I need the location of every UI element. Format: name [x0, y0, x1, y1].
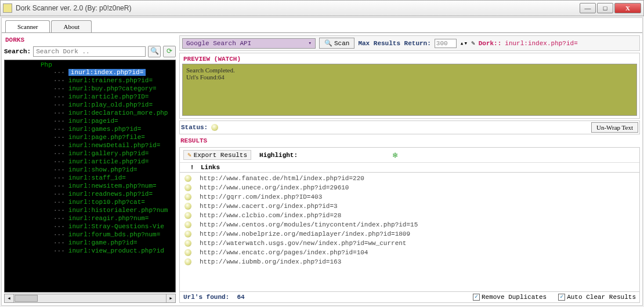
tree-item[interactable]: ···inurl:declaration_more.php — [6, 109, 174, 117]
auto-clear-checkbox[interactable]: ✓ Auto Clear Results — [558, 294, 636, 301]
column-links[interactable]: Links — [201, 164, 636, 171]
status-bar: Status: Un-Wrap Text — [179, 120, 640, 134]
checkbox-icon: ✓ — [473, 294, 480, 301]
result-row[interactable]: http://www.fanatec.de/html/index.php?id=… — [180, 174, 639, 183]
highlight-icon[interactable]: ❇ — [393, 150, 397, 160]
tree-item[interactable]: ···inurl:play_old.php?id= — [6, 101, 174, 109]
max-results-label: Max Results Return: — [358, 40, 430, 47]
max-results-input[interactable] — [435, 39, 457, 48]
scan-toolbar: Google Search API ▾ 🔍 Scan Max Results R… — [179, 35, 640, 51]
tree-item[interactable]: ···inurl:forum_bds.php?num= — [6, 231, 174, 239]
tree-item[interactable]: ···inurl:game.php?id= — [6, 239, 174, 247]
minimize-button[interactable]: — — [580, 3, 596, 13]
tree-item[interactable]: ···inurl:newsitem.php?num= — [6, 182, 174, 190]
scan-label: Scan — [334, 40, 349, 47]
bulb-icon — [211, 124, 218, 131]
result-url: http://www.unece.org/index.php?id=29610 — [200, 183, 349, 192]
result-url: http://www.fanatec.de/html/index.php?id=… — [200, 174, 364, 183]
bulb-icon — [184, 240, 191, 247]
refresh-icon[interactable]: ⟳ — [163, 46, 176, 57]
tree-item[interactable]: ···inurl:staff_id= — [6, 174, 174, 182]
tree-item[interactable]: ···inurl:buy.php?category= — [6, 85, 174, 93]
dork-label: Dork:: — [479, 40, 502, 47]
export-results-button[interactable]: ✎ Export Results — [183, 150, 251, 160]
unwrap-button[interactable]: Un-Wrap Text — [591, 122, 638, 133]
tree-item[interactable]: ···inurl:historialeer.php?num — [6, 206, 174, 214]
tree-item[interactable]: ···inurl:Stray-Questions-Vie — [6, 222, 174, 231]
tree-item[interactable]: ···inurl:gallery.php?id= — [6, 149, 174, 158]
magnifier-icon: 🔍 — [324, 39, 332, 47]
result-row[interactable]: http://www.centos.org/modules/tinyconten… — [180, 220, 639, 229]
export-label: Export Results — [194, 152, 247, 159]
spinner-icon[interactable]: ▴▾ — [460, 39, 468, 47]
tree-item[interactable]: ···inurl:readnews.php?id= — [6, 190, 174, 198]
tree-item[interactable]: ···inurl:view_product.php?id — [6, 247, 174, 255]
result-row[interactable]: http://waterwatch.usgs.gov/new/index.php… — [180, 239, 639, 248]
scroll-left-icon[interactable]: ◂ — [5, 294, 14, 302]
result-row[interactable]: http://www.encatc.org/pages/index.php?id… — [180, 248, 639, 257]
tree-item[interactable]: ···inurl:page.php?file= — [6, 133, 174, 141]
preview-line: Url's Found:64 — [186, 74, 633, 81]
scroll-right-icon[interactable]: ▸ — [166, 294, 175, 302]
auto-clear-label: Auto Clear Results — [567, 294, 636, 301]
result-row[interactable]: http://www.clcbio.com/index.php?id=28 — [180, 211, 639, 220]
tree-item[interactable]: ···inurl:top10.php?cat= — [6, 198, 174, 206]
maximize-button[interactable]: □ — [597, 3, 613, 13]
tree-item[interactable]: ···inurl:reagir.php?num= — [6, 214, 174, 222]
tree-item[interactable]: ···inurl:article.php?id= — [6, 158, 174, 166]
bulb-icon — [184, 258, 191, 265]
bulb-icon — [184, 249, 191, 256]
result-url: http://www.nobelprize.org/mediaplayer/in… — [200, 229, 410, 239]
results-header: RESULTS — [179, 136, 640, 145]
dork-tree[interactable]: Php ···inurl:index.php?id=···inurl:train… — [4, 60, 176, 293]
tree-item[interactable]: ···inurl:trainers.php?id= — [6, 76, 174, 85]
tree-root[interactable]: Php — [6, 61, 174, 68]
result-row[interactable]: http://gqrr.com/index.php?ID=403 — [180, 192, 639, 202]
result-row[interactable]: http://www.nobelprize.org/mediaplayer/in… — [180, 229, 639, 239]
results-list[interactable]: http://www.fanatec.de/html/index.php?id=… — [180, 173, 639, 291]
tree-item-selected[interactable]: ···inurl:index.php?id= — [6, 68, 174, 76]
scroll-thumb[interactable] — [15, 295, 38, 302]
tree-hscrollbar[interactable]: ◂ ▸ — [4, 294, 176, 303]
bulb-icon — [184, 193, 191, 200]
bulb-icon — [184, 231, 191, 237]
tree-item[interactable]: ···inurl:newsDetail.php?id= — [6, 141, 174, 149]
result-row[interactable]: http://www.unece.org/index.php?id=29610 — [180, 183, 639, 192]
result-row[interactable]: http://www.cacert.org/index.php?id=3 — [180, 202, 639, 211]
dorks-header: DORKS — [4, 35, 176, 45]
scan-button[interactable]: 🔍 Scan — [319, 38, 354, 49]
result-row[interactable]: http://www.iubmb.org/index.php?id=163 — [180, 257, 639, 266]
tab-scanner[interactable]: Scanner — [5, 20, 50, 32]
wand-icon: ✎ — [471, 39, 475, 47]
result-url: http://www.encatc.org/pages/index.php?id… — [200, 248, 368, 257]
window-titlebar: Dork Scanner ver. 2.0 (By: p0!z0neR) — □… — [0, 0, 644, 16]
preview-header: PREVIEW (WATCH) — [182, 54, 637, 64]
result-url: http://www.clcbio.com/index.php?id=28 — [200, 211, 341, 220]
bulb-icon — [184, 175, 191, 182]
tree-item[interactable]: ···inurl:games.php?id= — [6, 125, 174, 133]
bulb-icon — [184, 221, 191, 228]
result-url: http://www.cacert.org/index.php?id=3 — [200, 202, 338, 211]
remove-duplicates-checkbox[interactable]: ✓ Remove Duplicates — [473, 294, 547, 301]
preview-line: Search Completed. — [186, 67, 633, 74]
window-title: Dork Scanner ver. 2.0 (By: p0!z0neR) — [16, 4, 580, 12]
dropdown-value: Google Search API — [186, 40, 251, 47]
checkbox-icon: ✓ — [558, 294, 565, 301]
tree-item[interactable]: ···inurl:pageid= — [6, 117, 174, 125]
preview-textarea[interactable]: Search Completed. Url's Found:64 — [182, 64, 637, 116]
search-label: Search: — [4, 48, 31, 55]
tree-item[interactable]: ···inurl:article.php?ID= — [6, 93, 174, 101]
tree-item[interactable]: ···inurl:show.php?id= — [6, 166, 174, 174]
search-icon[interactable]: 🔍 — [148, 46, 161, 57]
main-tabs: Scanner About — [2, 18, 642, 32]
highlight-label: Highlight: — [259, 152, 298, 159]
bulb-icon — [184, 212, 191, 219]
search-api-dropdown[interactable]: Google Search API ▾ — [182, 38, 316, 49]
result-url: http://waterwatch.usgs.gov/new/index.php… — [200, 239, 406, 248]
chevron-down-icon: ▾ — [309, 40, 312, 46]
tab-about[interactable]: About — [51, 20, 92, 32]
search-input[interactable] — [33, 46, 146, 57]
column-status[interactable]: ! — [183, 164, 201, 171]
result-url: http://gqrr.com/index.php?ID=403 — [200, 192, 322, 202]
close-button[interactable]: X — [614, 3, 641, 13]
